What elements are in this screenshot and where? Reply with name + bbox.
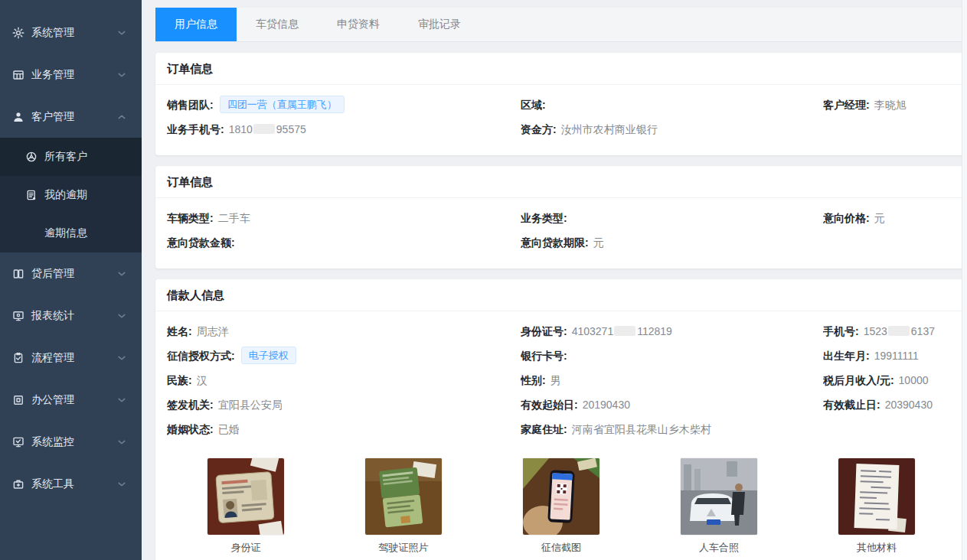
- sidebar-item-customer-management[interactable]: 客户管理: [0, 96, 142, 138]
- sidebar-item-label: 流程管理: [31, 351, 74, 365]
- main-content: 用户信息车贷信息申贷资料审批记录 订单信息销售团队:四团一营（直属王鹏飞）区域:…: [142, 0, 967, 560]
- field-birth-date: 出生年月:19911111: [823, 343, 956, 368]
- field-label: 意向价格:: [823, 212, 870, 224]
- chevron-down-icon: [116, 352, 128, 364]
- sidebar-item-my-overdue[interactable]: 我的逾期: [0, 176, 142, 214]
- sidebar-item-label: 办公管理: [31, 393, 74, 407]
- sidebar-item-label: 所有客户: [44, 150, 87, 164]
- field-region: 区域:: [521, 93, 823, 117]
- field-row: 意向贷款金额:意向贷款期限:元: [167, 230, 956, 255]
- photo-label: 身份证: [231, 541, 261, 555]
- chevron-down-icon: [116, 27, 128, 39]
- field-label: 姓名:: [167, 325, 192, 337]
- gear-icon: [12, 27, 25, 39]
- field-monthly-income: 税后月收入/元:10000: [823, 368, 956, 392]
- user-icon: [12, 111, 25, 123]
- chevron-down-icon: [116, 436, 128, 448]
- field-value: 李晓旭: [874, 99, 907, 111]
- sidebar-item-label: 客户管理: [31, 110, 74, 124]
- other-material-photo[interactable]: [838, 458, 915, 535]
- field-label: 性别:: [521, 374, 546, 386]
- field-value: 汉: [197, 374, 207, 386]
- office-icon: [12, 394, 25, 406]
- field-label: 销售团队:: [167, 99, 214, 111]
- field-value-suffix: 6137: [911, 325, 935, 337]
- field-value-prefix: 1810: [229, 123, 253, 135]
- sidebar-item-all-customers[interactable]: 所有客户: [0, 138, 142, 176]
- sidebar-item-system-tools[interactable]: 系统工具: [0, 463, 142, 505]
- field-value: 汝州市农村商业银行: [561, 123, 658, 135]
- field-value: 元: [593, 236, 604, 249]
- field-valid-from: 有效起始日:20190430: [521, 392, 823, 417]
- tab-loan-documents[interactable]: 申贷资料: [318, 8, 399, 41]
- field-label: 业务类型:: [521, 212, 567, 224]
- photo-row: 身份证驾驶证照片征信截图人车合照其他材料: [167, 458, 956, 555]
- field-credit-auth-method: 征信授权方式:电子授权: [167, 343, 521, 368]
- field-value: 男: [550, 374, 561, 386]
- photo-cell: 征信截图: [482, 458, 640, 555]
- photo-cell: 人车合照: [640, 458, 798, 555]
- field-empty: [823, 117, 956, 142]
- chevron-down-icon: [116, 268, 128, 280]
- order-info-card-2: 订单信息车辆类型:二手车业务类型:意向价格:元意向贷款金额:意向贷款期限:元: [155, 166, 967, 269]
- sidebar-item-system-management[interactable]: 系统管理: [0, 11, 142, 54]
- field-id-number: 身份证号:4103271112819: [521, 319, 823, 343]
- person-car-photo[interactable]: [681, 458, 757, 535]
- photo-cell: 身份证: [167, 458, 325, 555]
- field-mobile-phone: 手机号:15236137: [823, 319, 956, 343]
- field-borrower-name: 姓名:周志洋: [167, 319, 521, 343]
- sidebar-item-label: 报表统计: [31, 309, 74, 323]
- censor-patch: [888, 326, 910, 336]
- cards-container: 订单信息销售团队:四团一营（直属王鹏飞）区域:客户经理:李晓旭业务手机号:181…: [155, 53, 967, 560]
- card-body: 车辆类型:二手车业务类型:意向价格:元意向贷款金额:意向贷款期限:元: [155, 198, 967, 269]
- tab-car-loan-info[interactable]: 车贷信息: [237, 8, 318, 41]
- field-funder: 资金方:汝州市农村商业银行: [521, 117, 823, 142]
- field-row: 民族:汉性别:男税后月收入/元:10000: [167, 368, 956, 392]
- field-gender: 性别:男: [521, 368, 823, 392]
- field-label: 民族:: [167, 374, 192, 386]
- sidebar-item-label: 逾期信息: [44, 226, 87, 240]
- sidebar-item-report-statistics[interactable]: 报表统计: [0, 295, 142, 337]
- tab-user-info[interactable]: 用户信息: [155, 8, 237, 41]
- credit-auth-photo[interactable]: [523, 458, 599, 535]
- field-row: 姓名:周志洋身份证号:4103271112819手机号:15236137: [167, 319, 956, 343]
- field-value: 20190430: [583, 399, 630, 411]
- field-ethnicity: 民族:汉: [167, 368, 521, 392]
- photo-cell: 其他材料: [798, 458, 956, 555]
- photo-label: 驾驶证照片: [379, 541, 429, 555]
- card-body: 姓名:周志洋身份证号:4103271112819手机号:15236137征信授权…: [155, 311, 967, 560]
- photo-label: 其他材料: [857, 541, 897, 555]
- field-intent-loan-amount: 意向贷款金额:: [167, 230, 521, 255]
- monitor-icon: [12, 310, 25, 322]
- field-tag[interactable]: 电子授权: [241, 347, 296, 364]
- field-row: 签发机关:宜阳县公安局有效起始日:20190430有效截止日:20390430: [167, 392, 956, 417]
- sidebar-item-label: 业务管理: [31, 68, 74, 82]
- sidebar-item-label: 我的逾期: [44, 188, 87, 202]
- field-value: 19911111: [874, 350, 919, 362]
- drivers-license-photo[interactable]: [365, 458, 442, 535]
- sidebar-item-process-management[interactable]: 流程管理: [0, 337, 142, 379]
- scrollbar-track[interactable]: [962, 0, 967, 560]
- field-value-suffix: 95575: [276, 123, 306, 135]
- field-sales-team: 销售团队:四团一营（直属王鹏飞）: [167, 93, 521, 117]
- field-intent-loan-term: 意向贷款期限:元: [521, 230, 823, 255]
- field-home-address: 家庭住址:河南省宜阳县花果山乡木柴村: [521, 417, 823, 441]
- sidebar-item-overdue-info[interactable]: 逾期信息: [0, 214, 142, 252]
- field-value: 10000: [899, 374, 929, 386]
- field-empty: [823, 417, 956, 441]
- field-label: 银行卡号:: [521, 350, 567, 362]
- sidebar-item-post-loan-management[interactable]: 贷后管理: [0, 252, 142, 295]
- field-label: 有效起始日:: [521, 399, 578, 411]
- tab-approval-record[interactable]: 审批记录: [399, 8, 480, 41]
- card-title: 订单信息: [155, 53, 967, 85]
- sidebar: 系统管理业务管理客户管理所有客户我的逾期逾期信息贷后管理报表统计流程管理办公管理…: [0, 0, 142, 560]
- field-label: 出生年月:: [823, 350, 870, 362]
- field-label: 区域:: [521, 99, 546, 111]
- sidebar-item-system-monitor[interactable]: 系统监控: [0, 421, 142, 463]
- submenu-customer-management: 所有客户我的逾期逾期信息: [0, 138, 142, 252]
- id-card-photo[interactable]: [207, 458, 284, 535]
- card-title: 借款人信息: [155, 279, 967, 311]
- field-tag[interactable]: 四团一营（直属王鹏飞）: [220, 96, 345, 113]
- sidebar-item-business-management[interactable]: 业务管理: [0, 54, 142, 96]
- sidebar-item-office-management[interactable]: 办公管理: [0, 379, 142, 421]
